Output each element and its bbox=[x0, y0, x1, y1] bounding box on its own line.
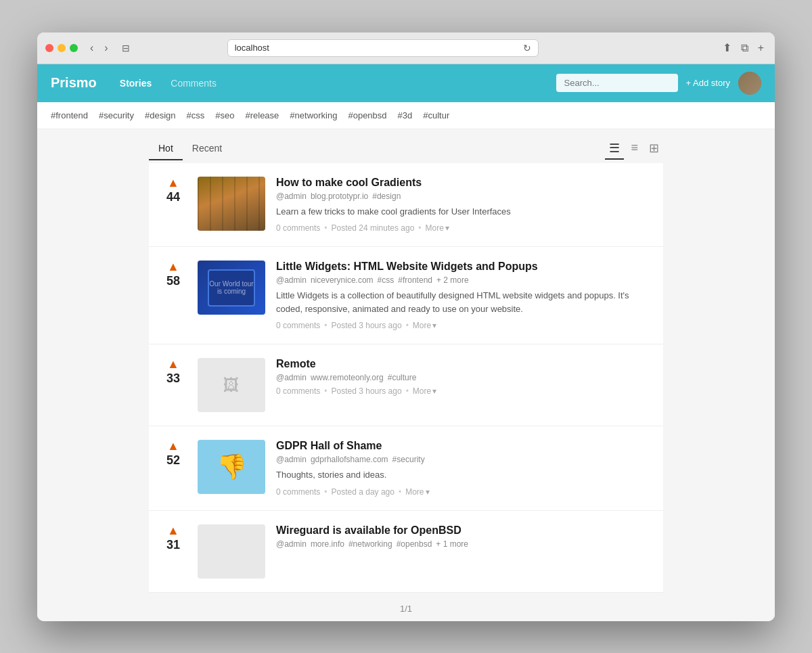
story-item: ▲ 58 Our World tour is coming Little Wid… bbox=[149, 247, 663, 344]
back-button[interactable]: ‹ bbox=[86, 41, 97, 55]
more-button-4[interactable]: More ▾ bbox=[405, 487, 429, 497]
app-logo: Prismo bbox=[51, 75, 97, 91]
nav-stories[interactable]: Stories bbox=[110, 72, 161, 94]
tag-release[interactable]: #release bbox=[245, 110, 279, 120]
story-thumbnail-2: Our World tour is coming bbox=[198, 261, 265, 315]
view-options: ☰ ≡ ⊞ bbox=[605, 138, 663, 160]
story-comments-2[interactable]: 0 comments bbox=[276, 321, 320, 330]
upvote-arrow-1[interactable]: ▲ bbox=[167, 177, 179, 189]
story-extra-tags-5[interactable]: + 1 more bbox=[436, 539, 468, 549]
story-actions-1: 0 comments • Posted 24 minutes ago • Mor… bbox=[276, 223, 652, 233]
story-author-3: @admin bbox=[276, 373, 307, 382]
vote-count-3: 33 bbox=[166, 371, 180, 386]
story-body-5: Wireguard is available for OpenBSD @admi… bbox=[276, 524, 652, 553]
tag-design[interactable]: #design bbox=[145, 110, 176, 120]
story-posted-2: Posted 3 hours ago bbox=[332, 321, 402, 330]
story-item: ▲ 52 👎 GDPR Hall of Shame @admin gdprhal… bbox=[149, 426, 663, 511]
story-tag-5b[interactable]: #openbsd bbox=[397, 539, 432, 549]
upvote-arrow-3[interactable]: ▲ bbox=[167, 358, 179, 370]
view-list-compact[interactable]: ≡ bbox=[627, 138, 642, 160]
thumbnail-placeholder: 🖼 bbox=[198, 358, 265, 412]
story-body-2: Little Widgets: HTML Website Widgets and… bbox=[276, 261, 652, 330]
tag-security[interactable]: #security bbox=[99, 110, 134, 120]
story-title-2[interactable]: Little Widgets: HTML Website Widgets and… bbox=[276, 261, 652, 273]
add-story-button[interactable]: + Add story bbox=[686, 78, 730, 88]
upvote-arrow-2[interactable]: ▲ bbox=[167, 261, 179, 273]
view-list-large[interactable]: ☰ bbox=[605, 138, 624, 160]
story-title-3[interactable]: Remote bbox=[276, 358, 652, 370]
search-input[interactable] bbox=[556, 74, 678, 92]
tab-icon-button[interactable]: ⊟ bbox=[118, 41, 134, 55]
nav-comments[interactable]: Comments bbox=[161, 72, 226, 94]
story-tag-2a[interactable]: #css bbox=[378, 275, 394, 285]
story-comments-4[interactable]: 0 comments bbox=[276, 487, 320, 497]
tag-3d[interactable]: #3d bbox=[398, 110, 413, 120]
separator-1b: • bbox=[418, 223, 421, 233]
upvote-arrow-4[interactable]: ▲ bbox=[167, 440, 179, 452]
story-thumbnail-1 bbox=[198, 177, 265, 231]
story-title-1[interactable]: How to make cool Gradients bbox=[276, 177, 652, 189]
story-item: ▲ 33 🖼 Remote @admin www.remoteonly.org bbox=[149, 344, 663, 426]
forward-button[interactable]: › bbox=[100, 41, 112, 55]
tag-seo[interactable]: #seo bbox=[215, 110, 234, 120]
vote-count-2: 58 bbox=[166, 274, 180, 288]
vote-section-1: ▲ 44 bbox=[160, 177, 187, 204]
view-grid[interactable]: ⊞ bbox=[645, 138, 663, 160]
vote-count-5: 31 bbox=[166, 538, 180, 552]
reload-button[interactable]: ↻ bbox=[523, 43, 531, 53]
tag-frontend[interactable]: #frontend bbox=[51, 110, 88, 120]
story-tag-2b[interactable]: #frontend bbox=[398, 275, 432, 285]
story-extra-tags-2[interactable]: + 2 more bbox=[436, 275, 469, 285]
story-author-1: @admin bbox=[276, 192, 307, 201]
tab-recent[interactable]: Recent bbox=[183, 137, 231, 160]
story-body-4: GDPR Hall of Shame @admin gdprhallofsham… bbox=[276, 440, 652, 497]
thumbnail-gdpr: 👎 bbox=[198, 440, 265, 494]
tab-hot[interactable]: Hot bbox=[149, 137, 183, 160]
close-button[interactable] bbox=[45, 44, 53, 52]
more-button-2[interactable]: More ▾ bbox=[413, 321, 436, 330]
avatar[interactable] bbox=[738, 72, 761, 95]
story-tag-3[interactable]: #culture bbox=[388, 373, 417, 382]
story-tag-5a[interactable]: #networking bbox=[348, 539, 392, 549]
upvote-arrow-5[interactable]: ▲ bbox=[167, 524, 179, 537]
maximize-button[interactable] bbox=[70, 44, 78, 52]
story-tag-1[interactable]: #design bbox=[372, 192, 401, 201]
vote-section-2: ▲ 58 bbox=[160, 261, 187, 288]
tag-cultur[interactable]: #cultur bbox=[423, 110, 449, 120]
story-comments-1[interactable]: 0 comments bbox=[276, 223, 320, 233]
story-posted-3: Posted 3 hours ago bbox=[332, 386, 402, 396]
filter-bar: Hot Recent ☰ ≡ ⊞ bbox=[149, 129, 663, 160]
story-meta-5: @admin more.info #networking #openbsd + … bbox=[276, 539, 652, 549]
vote-count-4: 52 bbox=[166, 453, 180, 468]
address-bar[interactable]: localhost ↻ bbox=[227, 39, 539, 57]
story-tag-4[interactable]: #security bbox=[392, 455, 425, 464]
minimize-button[interactable] bbox=[58, 44, 66, 52]
app-header: Prismo Stories Comments + Add story bbox=[37, 64, 775, 102]
story-item: ▲ 31 Wireguard is available for OpenBSD … bbox=[149, 511, 663, 593]
story-title-5[interactable]: Wireguard is available for OpenBSD bbox=[276, 524, 652, 537]
story-actions-4: 0 comments • Posted a day ago • More ▾ bbox=[276, 487, 652, 497]
thumbnail-building bbox=[198, 177, 265, 231]
share-button[interactable]: ⬆ bbox=[720, 40, 734, 55]
url-text: localhost bbox=[235, 43, 269, 53]
story-domain-2: niceverynice.com bbox=[311, 275, 374, 285]
separator-3: • bbox=[324, 386, 327, 396]
tag-css[interactable]: #css bbox=[187, 110, 205, 120]
placeholder-icon: 🖼 bbox=[223, 376, 240, 395]
story-description-2: Little Widgets is a collection of beauti… bbox=[276, 289, 652, 315]
window-button[interactable]: ⧉ bbox=[738, 40, 751, 55]
story-posted-4: Posted a day ago bbox=[332, 487, 394, 497]
tags-bar: #frontend #security #design #css #seo #r… bbox=[37, 102, 775, 129]
app-content: Prismo Stories Comments + Add story #fro… bbox=[37, 64, 775, 621]
thumbnail-wireguard bbox=[198, 524, 265, 579]
story-meta-3: @admin www.remoteonly.org #culture bbox=[276, 373, 652, 382]
tag-networking[interactable]: #networking bbox=[290, 110, 337, 120]
vote-section-3: ▲ 33 bbox=[160, 358, 187, 386]
tag-openbsd[interactable]: #openbsd bbox=[348, 110, 386, 120]
more-button-3[interactable]: More ▾ bbox=[413, 386, 436, 396]
story-domain-5: more.info bbox=[311, 539, 344, 549]
new-tab-button[interactable]: + bbox=[755, 40, 767, 55]
story-comments-3[interactable]: 0 comments bbox=[276, 386, 320, 396]
more-button-1[interactable]: More ▾ bbox=[426, 223, 449, 233]
story-title-4[interactable]: GDPR Hall of Shame bbox=[276, 440, 652, 452]
